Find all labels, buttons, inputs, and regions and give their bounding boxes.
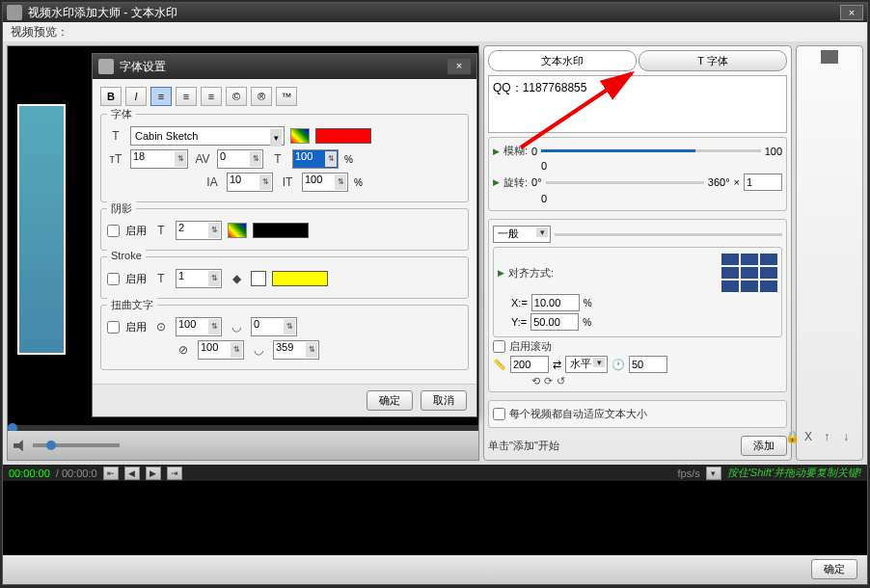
scroll-enable-checkbox[interactable]	[493, 340, 505, 353]
align-right-button[interactable]: ≡	[201, 87, 222, 106]
warp-h1-input[interactable]: 100	[176, 317, 222, 336]
font-color-button[interactable]	[290, 128, 310, 144]
rotate-max: 360°	[708, 176, 730, 188]
stroke-enable-checkbox[interactable]	[107, 273, 120, 285]
dialog-cancel-button[interactable]: 取消	[421, 390, 467, 411]
loop-icon[interactable]: ↺	[557, 375, 565, 388]
fill-icon[interactable]: ◆	[228, 271, 245, 286]
align-center-button[interactable]: ≡	[176, 87, 197, 106]
warp-v1-input[interactable]: 100	[198, 340, 244, 360]
layers-icon[interactable]	[821, 50, 838, 64]
percent-label: %	[583, 317, 591, 328]
copyright-button[interactable]: ©	[226, 87, 247, 106]
down-icon[interactable]: ↓	[843, 430, 856, 443]
window-close-button[interactable]: ×	[840, 5, 863, 20]
dialog-ok-button[interactable]: 确定	[367, 390, 413, 411]
timeline-button[interactable]: ⇤	[103, 467, 119, 480]
volume-icon[interactable]	[14, 440, 27, 451]
x-input[interactable]	[531, 294, 580, 311]
volume-slider[interactable]	[33, 443, 120, 447]
rotate-slider[interactable]	[546, 181, 704, 184]
play-icon: ▶	[493, 147, 500, 156]
timeline-button[interactable]: ◀	[124, 467, 140, 480]
timeline-button[interactable]: ⇥	[167, 467, 182, 480]
watermark-text-input[interactable]: QQ：1187768855	[488, 75, 787, 133]
dialog-titlebar: 字体设置 ×	[93, 54, 476, 79]
bold-button[interactable]: B	[100, 87, 122, 106]
app-icon	[7, 5, 22, 20]
warp-enable-checkbox[interactable]	[107, 321, 120, 334]
autofit-checkbox[interactable]	[493, 408, 505, 420]
rotate-min: 0°	[531, 176, 542, 188]
lock-icon[interactable]: 🔒	[785, 430, 799, 443]
percent-label: %	[354, 177, 363, 188]
alignment-grid[interactable]	[721, 254, 777, 292]
registered-button[interactable]: ®	[251, 87, 272, 106]
tab-text-watermark[interactable]: 文本水印	[488, 50, 637, 71]
stroke-legend: Stroke	[107, 250, 146, 261]
stroke-size-input[interactable]: 1	[176, 269, 222, 288]
stroke-icon: T	[152, 271, 170, 286]
align-label: 对齐方式:	[508, 266, 554, 281]
play-icon: ▶	[498, 268, 504, 278]
rotate-mult: ×	[734, 176, 740, 188]
scroll-dir-combo[interactable]: 水平	[565, 356, 608, 373]
fps-label: fps/s	[677, 468, 699, 479]
shadow-enable-checkbox[interactable]	[107, 225, 120, 237]
video-thumbnail[interactable]	[17, 104, 66, 355]
italic-button[interactable]: I	[125, 87, 147, 106]
stroke-enable-label: 启用	[125, 272, 147, 286]
shadow-legend: 阴影	[107, 201, 136, 216]
ok-button[interactable]: 确定	[811, 559, 857, 579]
warp-v2-input[interactable]: 359	[273, 340, 319, 360]
kerning-input[interactable]: 0	[217, 149, 263, 169]
font-color-swatch[interactable]	[315, 128, 371, 144]
blur-value: 0	[541, 160, 547, 172]
timeline-button[interactable]: ▶	[146, 467, 161, 480]
shadow-color-button[interactable]	[228, 223, 247, 238]
line-height-input[interactable]: 100	[302, 173, 348, 192]
loop-icon[interactable]: ⟳	[544, 375, 553, 388]
rotate-times-input[interactable]	[744, 174, 782, 191]
char-spacing-input[interactable]: 10	[227, 173, 273, 192]
align-left-button[interactable]: ≡	[150, 87, 172, 106]
stroke-color-swatch[interactable]	[272, 271, 328, 286]
blur-label: 模糊:	[503, 144, 528, 158]
size-icon: тT	[107, 151, 124, 167]
font-icon: T	[107, 128, 124, 144]
clock-icon: 🕐	[612, 359, 625, 371]
track-area[interactable]	[3, 481, 867, 554]
warp-h2-input[interactable]: 0	[251, 317, 297, 336]
font-size-input[interactable]: 18	[130, 149, 188, 169]
y-input[interactable]	[530, 313, 579, 331]
dialog-icon	[98, 59, 114, 74]
x-label: X:=	[511, 297, 528, 308]
trademark-button[interactable]: ™	[276, 87, 297, 106]
fps-combo[interactable]: ▾	[706, 467, 721, 480]
total-time: / 00:00:0	[56, 468, 97, 479]
scroll-step-input[interactable]	[629, 356, 667, 373]
shadow-color-swatch[interactable]	[253, 223, 309, 238]
loop-icon[interactable]: ⟲	[531, 375, 540, 388]
up-icon[interactable]: ↑	[824, 430, 837, 443]
blend-mode-combo[interactable]: 一般	[493, 226, 551, 243]
stroke-fill-swatch[interactable]	[251, 271, 266, 286]
opacity-input[interactable]: 100	[292, 149, 339, 169]
dialog-close-button[interactable]: ×	[448, 59, 471, 74]
format-toolbar: B I ≡ ≡ ≡ © ® ™	[100, 87, 469, 106]
shadow-size-input[interactable]: 2	[176, 221, 222, 240]
scroll-enable-label: 启用滚动	[509, 339, 552, 354]
scroll-speed-input[interactable]	[510, 356, 549, 373]
kerning-icon: AV	[194, 151, 211, 167]
tab-font[interactable]: T 字体	[639, 50, 787, 71]
percent-label: %	[344, 154, 353, 165]
add-button[interactable]: 添加	[741, 436, 787, 456]
swap-icon[interactable]: ⇄	[553, 359, 561, 371]
delete-icon[interactable]: X	[804, 430, 818, 443]
rotate-label: 旋转:	[503, 175, 528, 190]
font-family-combo[interactable]: Cabin Sketch	[130, 126, 285, 146]
percent-label: %	[584, 298, 592, 308]
side-panel	[796, 45, 863, 461]
blur-slider[interactable]	[541, 149, 760, 152]
opacity-slider[interactable]	[555, 233, 782, 236]
